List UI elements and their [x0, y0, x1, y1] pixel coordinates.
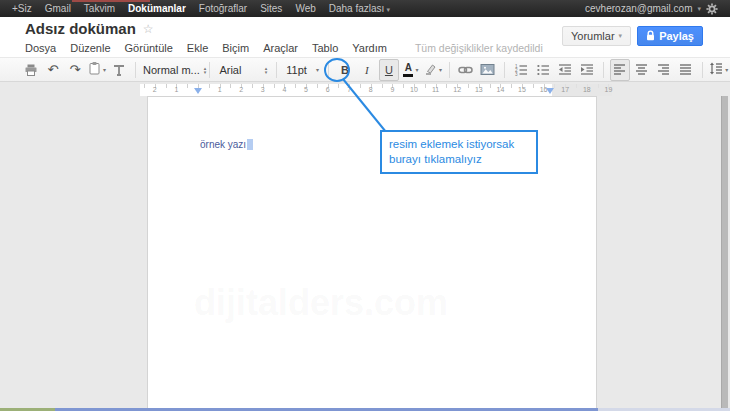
highlight-color-button[interactable]: ▾ [423, 59, 443, 81]
ruler-number: 6 [326, 86, 330, 93]
insert-image-button[interactable] [478, 59, 498, 81]
ruler-number: 7 [347, 86, 351, 93]
align-right-button[interactable] [654, 59, 674, 81]
toolbar-separator [328, 62, 329, 78]
star-icon[interactable]: ☆ [143, 22, 154, 36]
styles-dropdown[interactable]: Normal m... ▴▾ [142, 59, 203, 81]
google-topbar: +SizGmailTakvimDokümanlarFotoğraflarSite… [0, 0, 730, 17]
svg-text:3: 3 [515, 72, 518, 76]
menu-bi-im[interactable]: Biçim [222, 42, 249, 54]
text-color-caret-icon: ▾ [415, 66, 418, 73]
ruler-number: 11 [432, 86, 439, 93]
align-center-button[interactable] [632, 59, 652, 81]
topbar-link-web[interactable]: Web [295, 3, 315, 14]
menu-g-r-nt-le[interactable]: Görüntüle [125, 42, 173, 54]
styles-value: Normal m... [143, 64, 200, 76]
decrease-indent-button[interactable] [555, 59, 575, 81]
line-spacing-caret-icon: ▾ [725, 66, 728, 73]
comments-button[interactable]: Yorumlar ▾ [562, 26, 631, 46]
topbar-link-gmail[interactable]: Gmail [45, 3, 71, 14]
line-spacing-button[interactable]: ▾ [709, 59, 729, 81]
toolbar-separator [449, 62, 450, 78]
ruler-number: 2 [239, 86, 243, 93]
menu-dosya[interactable]: Dosya [25, 42, 56, 54]
annotation-callout: resim eklemek istiyorsak burayı tıklamal… [380, 130, 538, 174]
toolbar-separator [504, 62, 505, 78]
web-clipboard-button[interactable]: ▾ [87, 59, 107, 81]
topbar-link-takvim[interactable]: Takvim [84, 3, 115, 14]
topbar-link-+siz[interactable]: +Siz [12, 3, 32, 14]
menu-d-zenle[interactable]: Düzenle [70, 42, 110, 54]
topbar-link-sites[interactable]: Sites [260, 3, 282, 14]
numbered-list-button[interactable]: 1 2 3 [511, 59, 531, 81]
text-cursor [247, 139, 253, 150]
document-text: örnek yazı [200, 139, 246, 150]
topbar-link-dok-manlar[interactable]: Dokümanlar [128, 3, 186, 14]
text-color-button[interactable]: A ▾ [401, 59, 421, 81]
ruler-number: 5 [304, 86, 308, 93]
menu-yard-m[interactable]: Yardım [352, 42, 387, 54]
ruler-number: 14 [496, 86, 504, 93]
document-title[interactable]: Adsız doküman [25, 20, 136, 37]
highlight-icon [424, 61, 437, 79]
insert-link-button[interactable] [456, 59, 476, 81]
increase-indent-button[interactable] [577, 59, 597, 81]
justify-button[interactable] [676, 59, 696, 81]
ruler-number: 15 [518, 86, 526, 93]
header-actions: Yorumlar ▾ Paylaş [562, 26, 703, 46]
ruler-number: 13 [475, 86, 483, 93]
font-dropdown[interactable]: Arial ▴▾ [216, 59, 270, 81]
title-row: Adsız doküman ☆ [25, 20, 154, 37]
clipboard-caret-icon: ▾ [103, 66, 106, 73]
share-button[interactable]: Paylaş [637, 26, 703, 46]
underline-icon: U [385, 64, 393, 76]
topbar-link-foto-raflar[interactable]: Fotoğraflar [199, 3, 247, 14]
font-caret-icon: ▴▾ [265, 66, 268, 74]
ruler: 2112345678910111213141516171819 [0, 84, 730, 96]
ruler-number: 10 [410, 86, 418, 93]
menu-ekle[interactable]: Ekle [187, 42, 208, 54]
bold-button[interactable]: B [335, 59, 355, 81]
toolbar-separator [135, 62, 136, 78]
ruler-number: 4 [282, 86, 286, 93]
ruler-number: 8 [369, 86, 373, 93]
topbar-link-daha-fazlas-[interactable]: Daha fazlası ▾ [329, 3, 390, 14]
ruler-number: 1 [174, 86, 178, 93]
toolbar-separator [209, 62, 210, 78]
vertical-scrollbar[interactable] [721, 90, 728, 411]
share-button-label: Paylaş [659, 30, 694, 42]
align-left-button[interactable] [610, 59, 630, 81]
menubar: DosyaDüzenleGörüntüleEkleBiçimAraçlarTab… [25, 42, 543, 54]
left-indent-marker[interactable] [194, 88, 202, 94]
font-size-caret-icon: ▾ [316, 66, 319, 73]
ruler-number: 17 [561, 86, 569, 93]
document-area: örnek yazı dijitalders.com [0, 96, 730, 408]
print-button[interactable] [21, 59, 41, 81]
redo-button[interactable]: ↷ [65, 59, 85, 81]
google-docs-app: +SizGmailTakvimDokümanlarFotoğraflarSite… [0, 0, 730, 411]
clipboard-icon [88, 61, 101, 79]
comments-button-label: Yorumlar [571, 30, 615, 42]
font-size-dropdown[interactable]: 11pt ▾ [283, 59, 322, 81]
undo-icon: ↶ [48, 63, 59, 76]
ruler-number: 1 [218, 86, 222, 93]
ruler-number: 9 [390, 86, 394, 93]
italic-button[interactable]: I [357, 59, 377, 81]
undo-button[interactable]: ↶ [43, 59, 63, 81]
underline-button[interactable]: U [379, 59, 399, 81]
account-email[interactable]: cevherozan@gmail.com [585, 3, 692, 14]
link-icon [458, 64, 473, 76]
menu-ara-lar[interactable]: Araçlar [263, 42, 298, 54]
ruler-number: 18 [583, 86, 591, 93]
bold-icon: B [341, 64, 349, 76]
comments-caret-icon: ▾ [619, 32, 623, 40]
paint-format-button[interactable] [109, 59, 129, 81]
bulleted-list-button[interactable] [533, 59, 553, 81]
save-status: Tüm değişiklikler kaydedildi [415, 42, 543, 54]
toolbar-separator [603, 62, 604, 78]
italic-icon: I [365, 64, 369, 76]
toolbar-separator [276, 62, 277, 78]
gear-icon[interactable] [706, 3, 718, 15]
ruler-number: 12 [453, 86, 461, 93]
menu-tablo[interactable]: Tablo [312, 42, 338, 54]
